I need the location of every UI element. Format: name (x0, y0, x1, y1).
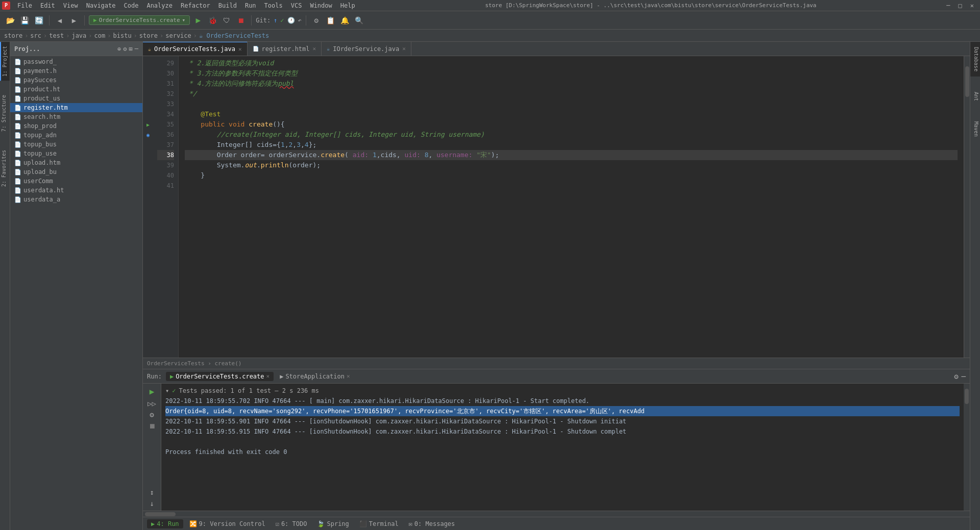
window-minimize[interactable]: ─ (942, 2, 954, 9)
menu-run[interactable]: Run (241, 1, 260, 10)
crumb-store[interactable]: store (4, 32, 22, 39)
crumb-store2[interactable]: store (139, 32, 158, 39)
menu-view[interactable]: View (59, 1, 82, 10)
run-hscroll-thumb[interactable] (145, 512, 176, 516)
editor-scrollbar[interactable] (964, 56, 970, 358)
bottom-tab-run[interactable]: ▶ 4: Run (147, 519, 183, 528)
settings-button[interactable]: ⚙ (310, 14, 323, 27)
tab-register[interactable]: 📄 register.html ✕ (248, 42, 322, 56)
close-panel-icon[interactable]: ─ (962, 372, 966, 381)
menu-navigate[interactable]: Navigate (82, 1, 120, 10)
tree-item-payment[interactable]: 📄payment.h (10, 66, 142, 75)
tree-item-upload-bu[interactable]: 📄upload_bu (10, 167, 142, 176)
tab-order-service-tests[interactable]: ☕ OrderServiceTests.java ✕ (143, 42, 248, 56)
sync-button[interactable]: 🔄 (33, 14, 45, 27)
tree-item-usercomm[interactable]: 📄userComm (10, 176, 142, 186)
add-icon[interactable]: ⊕ (117, 45, 121, 53)
open-file-button[interactable]: 📂 (4, 14, 16, 27)
sidebar-tab-project[interactable]: 1: Project (0, 42, 10, 81)
crumb-com[interactable]: com (94, 32, 106, 39)
tree-item-topup-use[interactable]: 📄topup_use (10, 149, 142, 158)
crumb-bistu[interactable]: bistu (113, 32, 131, 39)
bottom-scroll-thumb[interactable] (965, 389, 969, 404)
run-stop-button[interactable]: ⏹ (149, 422, 156, 430)
menu-vcs[interactable]: VCS (287, 1, 306, 10)
bottom-tab-spring[interactable]: 🍃 Spring (313, 519, 353, 528)
code-content[interactable]: * 2.返回值类型必须为void * 3.方法的参数列表不指定任何类型 * 4.… (179, 56, 964, 358)
crumb-test[interactable]: test (49, 32, 64, 39)
notifications-button[interactable]: 🔔 (339, 14, 351, 27)
sidebar-tab-structure[interactable]: 7: Structure (0, 91, 10, 136)
build-queue-button[interactable]: 📋 (325, 14, 337, 27)
run-scroll-button[interactable]: ↕ (150, 488, 154, 496)
bottom-tab-messages[interactable]: ✉ 0: Messages (405, 519, 459, 528)
tab-close-iorder[interactable]: ✕ (402, 45, 406, 52)
tree-item-topup-adn[interactable]: 📄topup_adn (10, 131, 142, 140)
bottom-scrollbar[interactable] (964, 384, 970, 511)
git-push-icon[interactable]: ↑ (274, 17, 277, 24)
back-button[interactable]: ◀ (54, 14, 66, 27)
right-tab-maven[interactable]: Maven (970, 116, 980, 142)
run-play-button[interactable]: ▶ (150, 387, 155, 396)
tab-close-order[interactable]: ✕ (238, 46, 242, 53)
run-button[interactable]: ▶ (192, 14, 204, 27)
tree-item-shop[interactable]: 📄shop_prod (10, 121, 142, 131)
bottom-tab-todo[interactable]: ☑ 6: TODO (272, 519, 311, 528)
crumb-class[interactable]: ☕ OrderServiceTests (199, 32, 269, 39)
run-output[interactable]: ▾ ✓ Tests passed: 1 of 1 test – 2 s 236 … (161, 384, 964, 511)
coverage-button[interactable]: 🛡 (220, 14, 233, 27)
menu-window[interactable]: Window (306, 1, 336, 10)
tree-item-userdata[interactable]: 📄userdata.ht (10, 186, 142, 195)
menu-refactor[interactable]: Refactor (177, 1, 214, 10)
crumb-src[interactable]: src (30, 32, 41, 39)
menu-file[interactable]: File (13, 1, 36, 10)
window-maximize[interactable]: □ (954, 2, 966, 9)
run-gutter-35[interactable]: ▶ (143, 119, 153, 130)
tree-item-product[interactable]: 📄product.ht (10, 85, 142, 94)
run-tab-close-store[interactable]: ✕ (347, 373, 350, 380)
menu-tools[interactable]: Tools (260, 1, 287, 10)
git-pull-icon[interactable]: ✓ (280, 17, 284, 24)
tree-item-register[interactable]: 📄register.htm (10, 103, 142, 112)
bottom-tab-vcs[interactable]: 🔀 9: Version Control (185, 519, 270, 528)
forward-button[interactable]: ▶ (68, 14, 80, 27)
minimize-icon[interactable]: ─ (135, 45, 138, 53)
search-everywhere-button[interactable]: 🔍 (353, 14, 365, 27)
run-expand-button[interactable]: ▷▷ (148, 399, 156, 408)
tab-close-register[interactable]: ✕ (313, 45, 316, 52)
run-download-button[interactable]: ↓ (150, 499, 154, 508)
tree-item-userdata-a[interactable]: 📄userdata_a (10, 195, 142, 204)
layout-icon[interactable]: ⊞ (129, 45, 133, 53)
run-tab-storeapp[interactable]: ▶ StoreApplication ✕ (276, 372, 354, 381)
debug-button[interactable]: 🐞 (206, 14, 218, 27)
crumb-service[interactable]: service (165, 32, 191, 39)
bottom-tab-terminal[interactable]: ⬛ Terminal (355, 519, 403, 528)
run-horizontal-scrollbar[interactable] (143, 511, 970, 517)
tree-item-topup-bus[interactable]: 📄topup_bus (10, 140, 142, 149)
settings-icon[interactable]: ⚙ (954, 372, 958, 381)
run-filter-button[interactable]: ⚙ (150, 411, 154, 419)
git-history-icon[interactable]: 🕐 (287, 17, 295, 24)
tree-item-password[interactable]: 📄password_ (10, 57, 142, 66)
window-close[interactable]: ✕ (966, 2, 978, 9)
git-undo-icon[interactable]: ↶ (298, 17, 302, 24)
run-tab-close-order[interactable]: ✕ (266, 373, 270, 380)
tree-item-product-us[interactable]: 📄product_us (10, 94, 142, 103)
tab-iorder-service[interactable]: ☕ IOrderService.java ✕ (322, 42, 411, 56)
menu-code[interactable]: Code (120, 1, 143, 10)
gear-icon[interactable]: ⚙ (123, 45, 127, 53)
tree-item-upload[interactable]: 📄upload.htm (10, 158, 142, 167)
menu-edit[interactable]: Edit (36, 1, 59, 10)
sidebar-tab-favorites[interactable]: 2: Favorites (0, 146, 10, 191)
menu-analyze[interactable]: Analyze (142, 1, 177, 10)
run-config-dropdown[interactable]: ▶ OrderServiceTests.create ▾ (89, 15, 190, 25)
save-button[interactable]: 💾 (18, 14, 31, 27)
stop-button[interactable]: ⏹ (235, 14, 247, 27)
right-tab-database[interactable]: Database (970, 42, 980, 77)
tree-item-paysuccess[interactable]: 📄paySucces (10, 75, 142, 85)
editor-scroll-thumb[interactable] (965, 66, 969, 97)
run-tab-orderservice[interactable]: ▶ OrderServiceTests.create ✕ (166, 372, 274, 381)
tree-item-search[interactable]: 📄search.htm (10, 112, 142, 121)
menu-build[interactable]: Build (214, 1, 241, 10)
menu-help[interactable]: Help (336, 1, 359, 10)
